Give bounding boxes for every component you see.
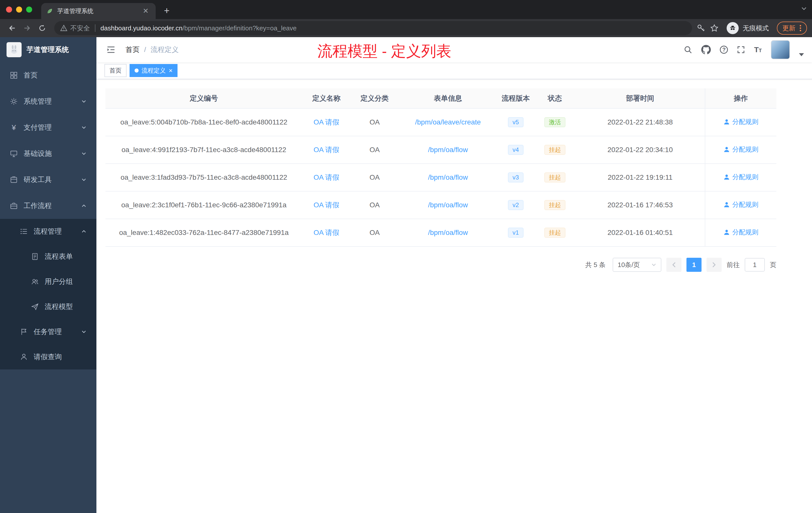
sidebar-item-leave-query[interactable]: 请假查询 (0, 344, 96, 369)
form-info-link[interactable]: /bpm/oa/flow (428, 201, 468, 209)
sidebar-item-label: 系统管理 (24, 97, 52, 106)
bookmark-star-icon[interactable] (710, 24, 719, 32)
back-icon[interactable] (5, 21, 19, 35)
github-icon[interactable] (701, 45, 711, 55)
assign-rule-label: 分配规则 (732, 200, 758, 209)
col-status: 状态 (534, 88, 576, 109)
sidebar-item-infrastructure[interactable]: 基础设施 (0, 141, 96, 167)
col-definition-name: 定义名称 (302, 88, 350, 109)
chevron-up-icon (81, 203, 86, 208)
tab-close-icon[interactable]: ✕ (141, 6, 151, 16)
site-security[interactable]: 不安全 (60, 24, 90, 33)
sidebar-item-label: 基础设施 (24, 149, 52, 158)
definition-name-link[interactable]: OA 请假 (314, 146, 340, 154)
sidebar-item-dev-tools[interactable]: 研发工具 (0, 167, 96, 193)
flag-icon (20, 328, 28, 336)
caret-down-icon[interactable] (799, 53, 804, 56)
address-bar[interactable]: 不安全 dashboard.yudao.iocoder.cn/bpm/manag… (54, 21, 692, 35)
sidebar-menu: 首页 系统管理 ¥ 支付管理 基础设施 (0, 62, 96, 369)
incognito-icon (727, 22, 739, 34)
page-number-button[interactable]: 1 (687, 258, 701, 272)
pagination: 共 5 条 10条/页 1 前往 页 (106, 258, 776, 272)
page-size-value: 10条/页 (618, 261, 640, 269)
sidebar-item-task-management[interactable]: 任务管理 (0, 319, 96, 344)
sidebar-item-workflow[interactable]: 工作流程 (0, 193, 96, 219)
tag-process-definition[interactable]: 流程定义 × (129, 64, 177, 77)
form-info-link[interactable]: /bpm/oa/flow (428, 174, 468, 181)
key-icon[interactable] (697, 24, 705, 32)
page-size-select[interactable]: 10条/页 (613, 258, 661, 272)
deploy-time: 2022-01-22 19:19:11 (576, 163, 705, 191)
sidebar-item-payment[interactable]: ¥ 支付管理 (0, 115, 96, 141)
sidebar-item-label: 工作流程 (24, 201, 52, 211)
maximize-window-button[interactable] (26, 6, 32, 12)
breadcrumb: 首页 / 流程定义 (125, 45, 179, 55)
url-divider (95, 24, 95, 32)
assign-rule-button[interactable]: 分配规则 (723, 117, 758, 126)
sidebar-item-user-group[interactable]: 用户分组 (0, 269, 96, 294)
reload-icon[interactable] (35, 21, 49, 35)
close-window-button[interactable] (6, 6, 12, 12)
table-row: oa_leave:1:482ec033-762a-11ec-8477-a2380… (106, 219, 776, 246)
annotation-title: 流程模型 - 定义列表 (317, 41, 451, 61)
assign-rule-button[interactable]: 分配规则 (723, 173, 758, 181)
assign-rule-button[interactable]: 分配规则 (723, 200, 758, 209)
status-badge: 挂起 (544, 228, 566, 238)
breadcrumb-home[interactable]: 首页 (125, 45, 140, 55)
minimize-window-button[interactable] (16, 6, 22, 12)
app-logo[interactable]: 芋道管理系统 (0, 37, 96, 62)
status-badge: 挂起 (544, 200, 566, 210)
form-info-link[interactable]: /bpm/oa/flow (428, 229, 468, 236)
not-secure-label: 不安全 (70, 24, 90, 33)
chevron-down-icon (81, 151, 86, 156)
definition-name-link[interactable]: OA 请假 (314, 118, 340, 126)
browser-menu-icon[interactable] (800, 25, 802, 32)
sidebar-item-home[interactable]: 首页 (0, 62, 96, 88)
chevron-right-icon (712, 262, 716, 268)
forward-icon[interactable] (20, 21, 34, 35)
sidebar-item-process-model[interactable]: 流程模型 (0, 294, 96, 319)
definition-category: OA (350, 109, 399, 136)
tab-search-chevron-icon[interactable] (801, 5, 807, 11)
assign-rule-button[interactable]: 分配规则 (723, 145, 758, 154)
definition-name-link[interactable]: OA 请假 (314, 174, 340, 181)
search-icon[interactable] (684, 46, 692, 54)
definition-name-link[interactable]: OA 请假 (314, 201, 340, 209)
goto-page-input[interactable] (745, 258, 765, 272)
user-avatar[interactable] (771, 40, 790, 59)
definition-category: OA (350, 191, 399, 219)
font-size-icon[interactable]: TT (754, 46, 762, 54)
assign-rule-label: 分配规则 (732, 228, 758, 237)
form-info-link[interactable]: /bpm/oa/leave/create (415, 118, 481, 126)
form-info-link[interactable]: /bpm/oa/flow (428, 146, 468, 154)
chevron-down-icon (81, 177, 86, 182)
next-page-button[interactable] (706, 258, 722, 272)
sidebar-item-label: 用户分组 (45, 277, 73, 286)
sidebar-item-process-form[interactable]: 流程表单 (0, 244, 96, 269)
definition-name-link[interactable]: OA 请假 (314, 229, 340, 236)
fullscreen-icon[interactable] (737, 46, 745, 54)
assign-rule-button[interactable]: 分配规则 (723, 228, 758, 237)
assign-rule-label: 分配规则 (732, 145, 758, 154)
tag-label: 首页 (110, 66, 121, 74)
definition-id: oa_leave:1:482ec033-762a-11ec-8477-a2380… (106, 219, 302, 246)
sidebar-item-system[interactable]: 系统管理 (0, 88, 96, 115)
browser-tab[interactable]: 芋道管理系统 ✕ (41, 3, 156, 19)
sidebar-item-process-management[interactable]: 流程管理 (0, 219, 96, 244)
url-path: /bpm/manager/definition?key=oa_leave (182, 24, 297, 32)
new-tab-button[interactable]: + (160, 3, 174, 18)
tag-close-icon[interactable]: × (169, 67, 173, 74)
version-tag: v5 (508, 117, 523, 127)
prev-page-button[interactable] (666, 258, 682, 272)
monitor-icon (10, 150, 18, 157)
url-domain: dashboard.yudao.iocoder.cn (100, 24, 182, 32)
sidebar-item-label: 首页 (24, 70, 38, 80)
tag-home[interactable]: 首页 (105, 64, 126, 77)
warning-icon (60, 25, 67, 32)
help-icon[interactable]: ? (720, 46, 728, 54)
paper-plane-icon (31, 303, 39, 310)
col-process-version: 流程版本 (497, 88, 534, 109)
update-chrome-button[interactable]: 更新 (777, 22, 807, 35)
user-icon (723, 202, 730, 208)
sidebar-toggle-icon[interactable] (105, 46, 117, 54)
